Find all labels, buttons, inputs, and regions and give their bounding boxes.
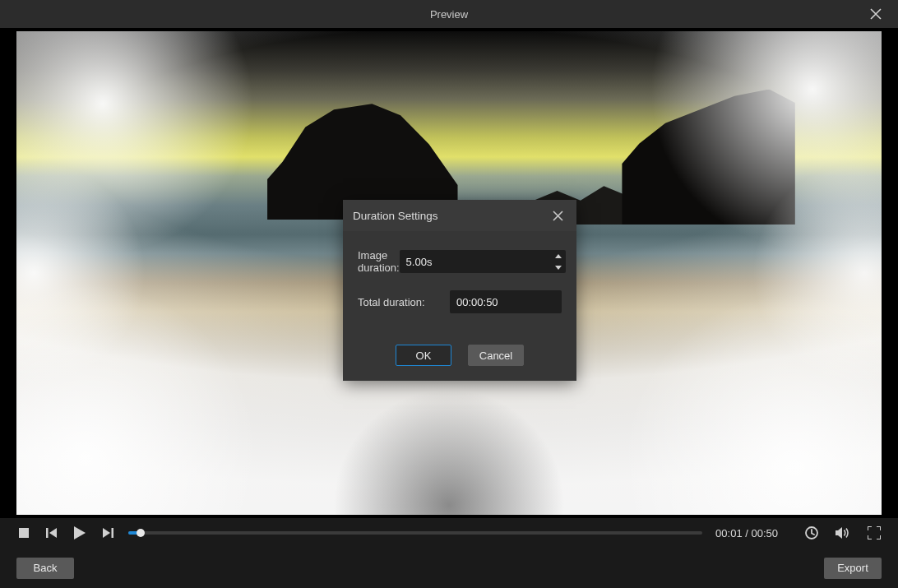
play-icon <box>74 526 86 539</box>
chevron-up-icon <box>555 254 562 258</box>
dialog-title: Duration Settings <box>353 210 438 222</box>
stepper-up-button[interactable] <box>551 250 566 262</box>
footer-bar: Back Export <box>0 548 898 588</box>
window-close-button[interactable] <box>862 0 890 28</box>
stop-icon <box>19 528 29 538</box>
player-controls: 00:01 / 00:50 <box>0 518 898 548</box>
total-duration-label: Total duration: <box>358 296 450 308</box>
dialog-footer: OK Cancel <box>343 335 576 381</box>
step-forward-icon <box>102 528 113 538</box>
image-duration-input[interactable] <box>400 250 551 273</box>
volume-button[interactable] <box>836 525 850 540</box>
image-duration-row: Image duration: <box>358 249 562 274</box>
preview-canvas: Duration Settings Image duration: <box>16 31 882 515</box>
close-icon <box>553 211 563 221</box>
chevron-down-icon <box>555 266 562 270</box>
progress-bar[interactable] <box>128 531 702 535</box>
dialog-header: Duration Settings <box>343 200 576 231</box>
svg-rect-0 <box>19 528 29 538</box>
export-button-label: Export <box>837 562 868 574</box>
fullscreen-button[interactable] <box>867 525 882 540</box>
window-titlebar: Preview <box>0 0 898 28</box>
dialog-body: Image duration: T <box>343 231 576 335</box>
next-frame-button[interactable] <box>100 525 115 540</box>
play-button[interactable] <box>72 525 87 540</box>
svg-rect-1 <box>46 528 49 538</box>
export-button[interactable]: Export <box>824 558 882 579</box>
ok-button-label: OK <box>416 350 432 362</box>
stepper-down-button[interactable] <box>551 262 566 273</box>
progress-thumb[interactable] <box>137 529 145 537</box>
time-display: 00:01 / 00:50 <box>715 527 778 539</box>
duration-settings-button[interactable] <box>804 525 819 540</box>
duration-settings-dialog: Duration Settings Image duration: <box>343 200 576 381</box>
back-button-label: Back <box>34 562 58 574</box>
cancel-button[interactable]: Cancel <box>468 345 524 366</box>
preview-area: Duration Settings Image duration: <box>0 28 898 518</box>
fullscreen-icon <box>868 526 881 539</box>
cancel-button-label: Cancel <box>479 350 512 362</box>
back-button[interactable]: Back <box>16 558 74 579</box>
scene-rock-right <box>622 90 794 225</box>
ok-button[interactable]: OK <box>396 345 451 366</box>
image-duration-stepper <box>551 250 566 273</box>
volume-icon <box>836 526 850 539</box>
svg-rect-2 <box>112 528 114 538</box>
dialog-close-button[interactable] <box>549 206 567 225</box>
window-title: Preview <box>430 8 468 21</box>
close-icon <box>870 8 882 20</box>
total-duration-value: 00:00:50 <box>456 296 498 308</box>
stop-button[interactable] <box>16 525 31 540</box>
prev-frame-button[interactable] <box>44 525 59 540</box>
step-back-icon <box>46 528 58 538</box>
image-duration-label: Image duration: <box>358 249 400 274</box>
total-duration-row: Total duration: 00:00:50 <box>358 290 562 313</box>
image-duration-field[interactable] <box>400 250 566 273</box>
clock-icon <box>805 526 818 539</box>
total-duration-field[interactable]: 00:00:50 <box>450 290 562 313</box>
player-right-icons <box>804 525 882 540</box>
